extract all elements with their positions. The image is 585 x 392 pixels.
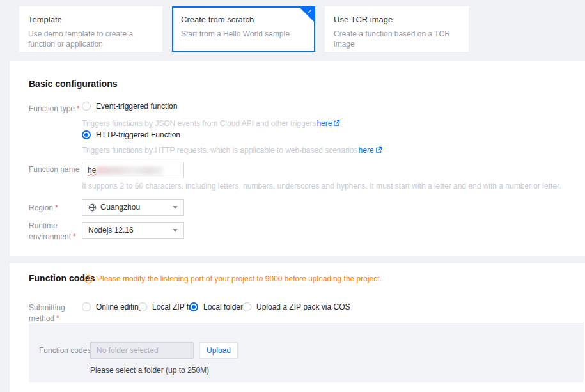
function-name-input[interactable]: he (82, 162, 184, 178)
here-link[interactable]: here (316, 119, 332, 128)
radio-event-triggered[interactable]: Event-triggered function (82, 102, 177, 111)
radio-online-editing[interactable]: Online editing (82, 302, 143, 311)
radio-http-triggered[interactable]: HTTP-triggered Function (82, 130, 180, 139)
folder-placeholder: No folder selected (97, 346, 159, 355)
card-create-from-scratch[interactable]: Create from scratch Start from a Hello W… (172, 6, 315, 52)
radio-icon[interactable] (242, 302, 251, 311)
function-type-label: Function type* (29, 104, 80, 114)
card-title: Create from scratch (181, 15, 306, 24)
chevron-down-icon (173, 229, 178, 232)
region-select[interactable]: Guangzhou (82, 199, 184, 216)
port-warning: ! Please modify the listening port of yo… (84, 274, 382, 283)
region-label: Region* (29, 203, 58, 214)
card-description: Create a function based on a TCR image (334, 29, 460, 49)
radio-label: Upload a ZIP pack via COS (256, 302, 350, 311)
radio-icon[interactable] (82, 302, 91, 311)
create-function-page: Template Use demo template to create a f… (0, 0, 585, 392)
function-codes-field-label: Function codes* (39, 346, 96, 355)
radio-icon[interactable] (82, 102, 91, 111)
chevron-down-icon (173, 206, 178, 209)
required-mark: * (73, 232, 76, 241)
event-trigger-helper: Triggers functions by JSON events from C… (82, 119, 340, 128)
here-link[interactable]: here (359, 146, 374, 155)
radio-local-folder[interactable]: Local folder (189, 302, 243, 311)
folder-size-helper: Please select a folder (up to 250M) (90, 366, 209, 375)
submitting-method-label: Submitting method* (29, 302, 75, 324)
radio-local-zip-file[interactable]: Local ZIP file (138, 302, 196, 311)
radio-icon[interactable] (138, 302, 147, 311)
required-mark: * (55, 203, 58, 212)
region-value: Guangzhou (100, 203, 140, 212)
section-heading-basic: Basic configurations (29, 79, 117, 89)
card-title: Use TCR image (334, 15, 460, 24)
radio-icon[interactable] (82, 130, 91, 139)
card-template[interactable]: Template Use demo template to create a f… (19, 6, 162, 52)
function-codes-section: Function codes ! Please modify the liste… (10, 263, 585, 392)
function-name-helper: It supports 2 to 60 characters, includin… (82, 182, 561, 191)
runtime-environment-label: Runtime environment* (29, 221, 81, 242)
check-icon: ✓ (308, 8, 313, 15)
warning-icon: ! (84, 275, 93, 283)
function-name-value: he (88, 166, 96, 175)
folder-path-input[interactable]: No folder selected (90, 342, 194, 359)
redacted-text (97, 166, 163, 175)
radio-label: Event-triggered function (96, 102, 177, 111)
radio-label: Online editing (96, 302, 143, 311)
radio-icon[interactable] (189, 302, 198, 311)
runtime-value: Nodejs 12.16 (88, 226, 134, 235)
required-mark: * (77, 104, 80, 113)
card-description: Use demo template to create a function o… (28, 29, 153, 49)
radio-upload-zip-via-cos[interactable]: Upload a ZIP pack via COS (242, 302, 350, 311)
card-title: Template (28, 15, 153, 24)
required-mark: * (56, 314, 59, 323)
external-link-icon[interactable] (375, 146, 382, 153)
upload-button[interactable]: Upload (199, 342, 238, 359)
runtime-select[interactable]: Nodejs 12.16 (82, 222, 184, 239)
basic-configurations-section: Basic configurations Function type* Even… (10, 61, 585, 256)
card-use-tcr-image[interactable]: Use TCR image Create a function based on… (325, 6, 469, 52)
globe-icon (88, 203, 97, 212)
folder-upload-panel: Function codes* No folder selected Uploa… (29, 323, 584, 382)
external-link-icon[interactable] (333, 120, 340, 127)
function-name-label: Function name* (29, 164, 84, 175)
radio-label: HTTP-triggered Function (96, 130, 180, 139)
card-description: Start from a Hello World sample (181, 29, 306, 39)
radio-label: Local folder (203, 302, 243, 311)
http-trigger-helper: Triggers functions by HTTP requests, whi… (82, 146, 382, 155)
warning-text: Please modify the listening port of your… (97, 274, 382, 283)
